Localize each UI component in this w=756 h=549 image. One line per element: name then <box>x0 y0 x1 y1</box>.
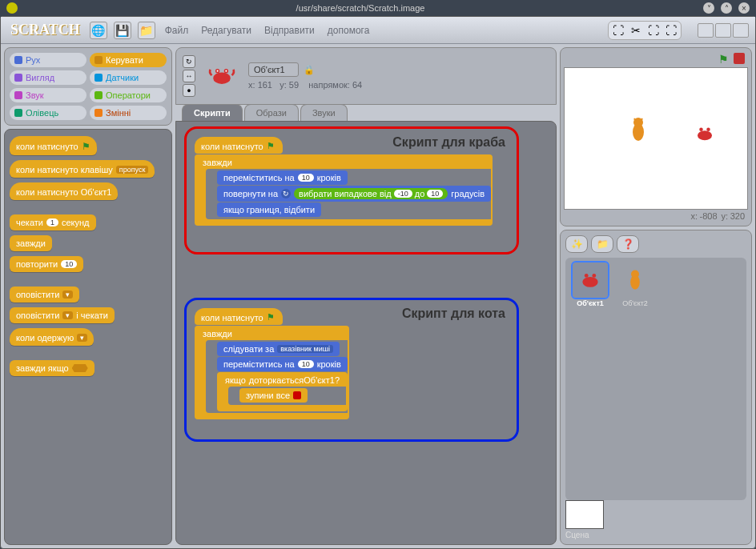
stage-cat-icon[interactable] <box>629 116 648 143</box>
stage-coords: x: -808 y: 320 <box>564 210 748 222</box>
cat-variables[interactable]: Змінні <box>90 106 167 120</box>
block-stop-all[interactable]: зупини все <box>239 388 308 403</box>
block-forever[interactable]: завжди <box>10 235 52 251</box>
script-stack[interactable]: коли натиснуто⚑ завжди переміститись на1… <box>195 137 509 226</box>
tabs: Скрипти Образи Звуки <box>175 104 557 121</box>
cat-sound[interactable]: Звук <box>10 88 86 102</box>
cat-control[interactable]: Керувати <box>90 53 167 67</box>
cat-operators[interactable]: Оператори <box>90 88 167 102</box>
block-if-c[interactable]: якщодоторкаєтьсяОб'єкт1? зупини все <box>217 372 348 411</box>
sprite-item-2[interactable]: Об'єкт2 <box>615 262 655 307</box>
toolbar: SCRATCH 🌐 💾 📁 Файл Редагувати Відправити… <box>1 17 755 44</box>
view-present-icon[interactable] <box>733 23 749 38</box>
window-title: /usr/share/scratch/Scratch.image <box>296 3 425 13</box>
scratch-logo: SCRATCH <box>7 22 83 38</box>
block-point-towards[interactable]: слідувати завказівник миші <box>217 342 340 356</box>
sprite-info: Об'єкт1🔒 x: 161 y: 59 напрямок: 64 <box>248 62 362 90</box>
sprite-item-1[interactable]: Об'єкт1 <box>570 262 610 307</box>
maximize-icon[interactable]: ˄ <box>721 2 732 14</box>
block-forever-c[interactable]: завжди слідувати завказівник миші перемі… <box>195 326 349 419</box>
stop-icon <box>293 391 301 399</box>
sprite-panel: ✨ 📁 ❓ Об'єкт1 Об'єкт2 Сцена <box>560 230 752 545</box>
stage-crab-icon[interactable] <box>693 124 717 143</box>
stage-thumb-area[interactable]: Сцена <box>565 500 746 539</box>
sprite-name-field[interactable]: Об'єкт1 <box>248 62 299 77</box>
menu-edit[interactable]: Редагувати <box>198 25 255 36</box>
block-broadcast-wait[interactable]: оповістити▾і чекати <box>10 307 115 323</box>
block-forever-c[interactable]: завжди переміститись на10кроків повернут… <box>195 154 493 226</box>
category-panel: Рух Керувати Вигляд Датчики Звук Операто… <box>4 47 172 126</box>
cat-pen[interactable]: Олівець <box>10 106 86 120</box>
view-small-icon[interactable] <box>698 23 714 38</box>
window-titlebar: /usr/share/scratch/Scratch.image ˅ ˄ × <box>0 0 756 16</box>
lock-icon[interactable]: 🔒 <box>304 65 315 74</box>
stage[interactable] <box>564 67 748 210</box>
grow-icon[interactable]: ⛶ <box>645 23 662 38</box>
globe-icon[interactable]: 🌐 <box>90 22 107 39</box>
cat-looks[interactable]: Вигляд <box>10 70 86 85</box>
view-normal-icon[interactable] <box>715 23 731 38</box>
app-icon <box>6 2 18 14</box>
svg-point-14 <box>631 270 639 279</box>
rot-full-icon[interactable]: ↻ <box>183 55 195 68</box>
rot-flip-icon[interactable]: ↔ <box>183 70 195 82</box>
block-hat-flag[interactable]: коли натиснуто⚑ <box>195 137 283 154</box>
stage-panel: ⚑ x: -808 y: 320 <box>560 47 752 226</box>
rotation-controls: ↻ ↔ ● <box>183 55 195 97</box>
paint-sprite-icon[interactable]: ✨ <box>565 235 588 253</box>
stop-button[interactable] <box>734 53 745 64</box>
shrink-icon[interactable]: ⛶ <box>663 23 679 38</box>
block-forever-if[interactable]: завжди якщо <box>10 360 94 376</box>
block-when-flag[interactable]: коли натиснуто⚑ <box>10 136 97 155</box>
annotation-title: Скрипт для краба <box>392 135 505 150</box>
cat-sensing[interactable]: Датчики <box>90 70 167 85</box>
block-when-key[interactable]: коли натиснуто клавішупропуск <box>10 160 155 178</box>
app-frame: SCRATCH 🌐 💾 📁 Файл Редагувати Відправити… <box>0 16 756 549</box>
block-palette: коли натиснуто⚑ коли натиснуто клавішупр… <box>4 129 172 545</box>
crab-icon <box>207 65 236 87</box>
block-when-receive[interactable]: коли одержую▾ <box>10 328 94 346</box>
green-flag-button[interactable]: ⚑ <box>718 53 729 66</box>
block-bounce[interactable]: якщо границя, відбити <box>217 202 321 217</box>
menu-help[interactable]: допомога <box>324 25 373 36</box>
block-repeat[interactable]: повторити10 <box>10 256 83 272</box>
cut-icon[interactable]: ✂ <box>628 23 644 38</box>
svg-point-8 <box>699 128 703 132</box>
flag-icon: ⚑ <box>267 312 275 323</box>
open-icon[interactable]: 📁 <box>138 22 155 39</box>
svg-point-10 <box>582 277 597 287</box>
close-icon[interactable]: × <box>738 2 750 14</box>
rot-none-icon[interactable]: ● <box>183 84 195 97</box>
block-move[interactable]: переміститись на10кроків <box>217 170 348 185</box>
import-sprite-icon[interactable]: 📁 <box>591 235 613 253</box>
stage-thumbnail[interactable] <box>565 500 604 529</box>
block-touching[interactable]: доторкаєтьсяОб'єкт1? <box>249 375 340 385</box>
svg-point-9 <box>706 128 710 132</box>
tab-sounds[interactable]: Звуки <box>300 104 348 121</box>
block-when-clicked[interactable]: коли натиснуто Об'єкт1 <box>10 182 118 200</box>
tab-scripts[interactable]: Скрипти <box>182 104 243 121</box>
block-move[interactable]: переміститись на10кроків <box>217 357 348 371</box>
surprise-sprite-icon[interactable]: ❓ <box>617 235 639 253</box>
block-random[interactable]: вибрати випадкове від-10до10 <box>294 188 448 199</box>
block-broadcast[interactable]: оповістити▾ <box>10 287 79 303</box>
minimize-icon[interactable]: ˅ <box>703 2 714 14</box>
script-stack[interactable]: коли натиснуто⚑ завжди слідувати завказі… <box>195 308 509 419</box>
block-turn[interactable]: повернути на↻вибрати випадкове від-10до1… <box>217 186 491 202</box>
flag-icon: ⚑ <box>82 141 90 152</box>
stamp-icon[interactable]: ⛶ <box>610 23 626 38</box>
cat-motion[interactable]: Рух <box>10 53 86 67</box>
script-crab-annotation: Скрипт для краба коли натиснуто⚑ завжди … <box>184 126 519 254</box>
menu-share[interactable]: Відправити <box>261 25 318 36</box>
view-mode <box>698 23 749 38</box>
flag-icon: ⚑ <box>267 141 275 151</box>
svg-point-0 <box>213 73 231 84</box>
block-hat-flag[interactable]: коли натиснуто⚑ <box>195 308 283 325</box>
menu-file[interactable]: Файл <box>162 25 192 36</box>
annotation-title: Скрипт для кота <box>402 307 505 321</box>
block-wait[interactable]: чекати1секунд <box>10 214 96 230</box>
sprite-thumb <box>203 58 240 94</box>
scripts-area[interactable]: Скрипт для краба коли натиснуто⚑ завжди … <box>175 121 557 545</box>
tab-costumes[interactable]: Образи <box>244 104 299 121</box>
save-icon[interactable]: 💾 <box>114 22 131 39</box>
